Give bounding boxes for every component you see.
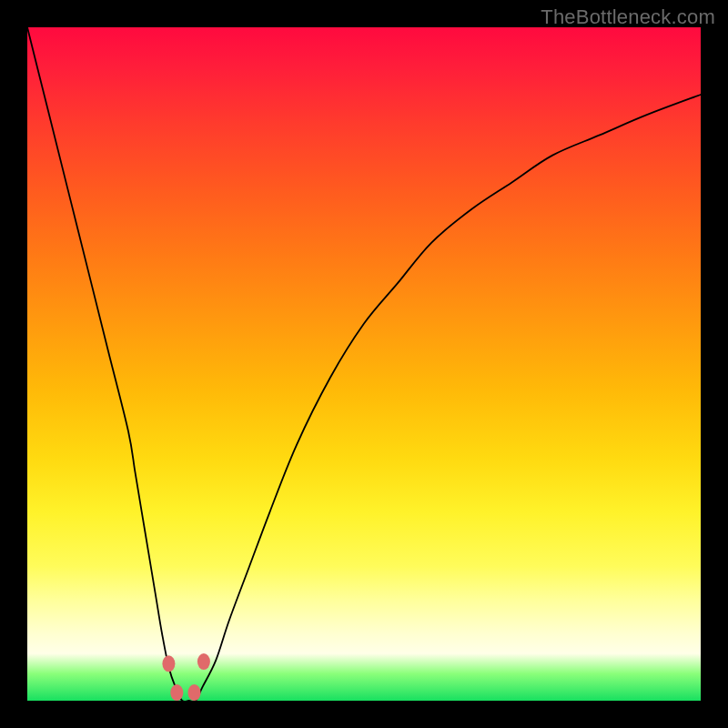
curve-marker — [170, 684, 183, 701]
curve-layer — [27, 27, 701, 701]
chart-frame: TheBottleneck.com — [0, 0, 728, 728]
curve-marker — [162, 655, 175, 672]
attribution-text: TheBottleneck.com — [541, 5, 715, 29]
curve-marker — [188, 684, 201, 701]
plot-area — [27, 27, 701, 701]
curve-markers — [162, 653, 210, 701]
bottleneck-curve — [27, 27, 701, 702]
curve-marker — [197, 653, 210, 670]
